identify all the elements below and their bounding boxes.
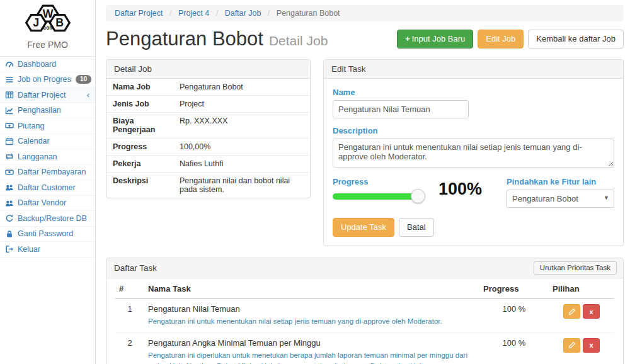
- sidebar-item-job-on-progress[interactable]: Job on Progress 10: [0, 72, 95, 88]
- task-progress: 100 %: [479, 299, 549, 333]
- x-icon: x: [589, 341, 593, 349]
- detail-job-panel-title: Detail Job: [106, 60, 310, 79]
- breadcrumb-active: Pengaturan Bobot: [277, 9, 340, 18]
- breadcrumb-link-project-4[interactable]: Project 4: [178, 9, 209, 18]
- edit-task-button[interactable]: [563, 304, 580, 319]
- detail-row-pekerja: Pekerja Nafies Luthfi: [106, 156, 310, 173]
- move-to-feature-select[interactable]: Pengaturan Bobot: [507, 190, 614, 208]
- sidebar-item-label: Ganti Password: [18, 229, 91, 238]
- calendar-icon: [5, 137, 14, 145]
- sidebar-item-ganti-password[interactable]: Ganti Password: [0, 227, 95, 242]
- page-header: Pengaturan Bobot Detail Job +Input Job B…: [106, 28, 624, 50]
- task-row-2: 2 Pengaturan Angka Minimal Temuan per Mi…: [115, 333, 614, 364]
- breadcrumb-separator: /: [216, 9, 218, 18]
- progress-row: Progress 100% Pindahkan ke Fitur lain Pe…: [333, 176, 614, 208]
- edit-task-form: Name Description Pengaturan ini untuk me…: [324, 79, 623, 246]
- header-buttons: +Input Job Baru Edit Job Kembali ke daft…: [397, 30, 624, 48]
- sidebar-item-label: Keluar: [18, 245, 91, 254]
- sidebar-item-daftar-vendor[interactable]: Daftar Vendor: [0, 196, 95, 212]
- svg-text:J: J: [33, 16, 39, 29]
- progress-slider-handle[interactable]: [411, 189, 425, 203]
- app-logo[interactable]: W J B .com: [0, 0, 95, 38]
- edit-job-button[interactable]: Edit Job: [478, 30, 524, 48]
- sidebar-item-daftar-project[interactable]: Daftar Project ‹: [0, 88, 95, 103]
- task-list-heading: Daftar Task Urutkan Prioritas Task: [106, 258, 623, 279]
- name-label: Name: [333, 88, 614, 97]
- task-description: Pengaturan ini untuk menentukan nilai se…: [148, 316, 476, 327]
- cancel-button[interactable]: Batal: [399, 218, 434, 237]
- edit-task-actions: Update Task Batal: [333, 218, 614, 237]
- breadcrumb-link-daftar-project[interactable]: Daftar Project: [115, 9, 163, 18]
- task-progress: 100 %: [479, 333, 549, 364]
- lock-icon: [5, 230, 14, 238]
- detail-job-table: Nama Job Pengaturan Bobot Jenis Job Proj…: [106, 79, 310, 198]
- task-num: 1: [115, 299, 144, 333]
- sort-priority-button-top[interactable]: Urutkan Prioritas Task: [534, 261, 617, 275]
- money-icon: [5, 168, 14, 176]
- detail-job-panel: Detail Job Nama Job Pengaturan Bobot Jen…: [106, 59, 311, 198]
- task-list-title: Daftar Task: [114, 263, 157, 273]
- task-description: Pengaturan ini diperlukan untuk menetuka…: [148, 350, 476, 364]
- task-description-textarea[interactable]: Pengaturan ini untuk menentukan nilai se…: [333, 139, 614, 168]
- col-actions: Pilihan: [549, 280, 614, 299]
- delete-task-button[interactable]: x: [583, 304, 600, 319]
- detail-row-progress: Progress 100,00%: [106, 139, 310, 156]
- delete-task-button[interactable]: x: [583, 338, 600, 353]
- chevron-left-icon: ‹: [87, 90, 89, 100]
- sidebar-item-keluar[interactable]: Keluar: [0, 242, 95, 258]
- svg-text:W: W: [42, 8, 53, 20]
- sidebar-item-daftar-pembayaran[interactable]: Daftar Pembayaran: [0, 165, 95, 181]
- sidebar-item-dashboard[interactable]: Dashboard: [0, 57, 95, 72]
- input-job-baru-button[interactable]: +Input Job Baru: [397, 30, 473, 48]
- sidebar-item-label: Penghasilan: [18, 106, 91, 115]
- breadcrumb-link-daftar-job[interactable]: Daftar Job: [225, 9, 261, 18]
- progress-label: Progress: [333, 177, 420, 186]
- col-progress: Progress: [479, 280, 549, 299]
- progress-value: 100%: [438, 179, 490, 199]
- sidebar-item-label: Langganan: [18, 152, 91, 161]
- app-name: Free PMO: [0, 38, 95, 56]
- col-num: #: [115, 280, 144, 299]
- users-icon: [5, 183, 14, 191]
- detail-row-nama-job: Nama Job Pengaturan Bobot: [106, 79, 310, 96]
- edit-task-button[interactable]: [563, 338, 580, 353]
- detail-row-jenis-job: Jenis Job Project: [106, 96, 310, 113]
- back-to-job-list-button[interactable]: Kembali ke daftar Job: [528, 30, 624, 48]
- main-content: Daftar Project / Project 4 / Daftar Job …: [96, 0, 630, 364]
- task-name: Pengaturan Angka Minimal Temuan per Ming…: [148, 338, 476, 348]
- panels-row: Detail Job Nama Job Pengaturan Bobot Jen…: [106, 59, 624, 246]
- task-name-input[interactable]: [333, 100, 469, 118]
- jwb-hexagon-logo-icon: W J B .com: [18, 4, 78, 37]
- sidebar-item-label: Dashboard: [18, 60, 91, 69]
- breadcrumb-separator: /: [268, 9, 270, 18]
- pencil-icon: [568, 341, 576, 349]
- sidebar-item-daftar-customer[interactable]: Daftar Customer: [0, 180, 95, 196]
- task-table: # Nama Task Progress Pilihan 1 Pengatura…: [115, 280, 614, 364]
- task-row-1: 1 Pengaturan Nilai Temuan Pengaturan ini…: [115, 299, 614, 333]
- sidebar-menu: Dashboard Job on Progress 10 Daftar Proj…: [0, 56, 95, 258]
- edit-task-panel-title: Edit Task: [324, 60, 623, 79]
- sidebar-item-penghasilan[interactable]: Penghasilan: [0, 103, 95, 119]
- sidebar-item-calendar[interactable]: Calendar: [0, 134, 95, 150]
- sidebar-item-langganan[interactable]: Langganan: [0, 149, 95, 165]
- sidebar-item-piutang[interactable]: Piutang: [0, 118, 95, 134]
- sidebar-item-label: Piutang: [18, 122, 91, 130]
- progress-slider[interactable]: [333, 193, 420, 200]
- refresh-icon: [5, 214, 14, 222]
- sidebar-item-label: Daftar Project: [18, 91, 83, 100]
- task-list-panel: Daftar Task Urutkan Prioritas Task # Nam…: [106, 258, 624, 364]
- retweet-icon: [5, 152, 14, 161]
- sign-out-icon: [5, 245, 14, 253]
- sidebar: W J B .com Free PMO Dashboard Job on Pro…: [0, 0, 96, 364]
- sidebar-item-label: Daftar Vendor: [18, 198, 91, 207]
- pencil-icon: [568, 308, 576, 316]
- sidebar-item-backup-restore-db[interactable]: Backup/Restore DB: [0, 211, 95, 227]
- breadcrumb-separator: /: [169, 9, 171, 18]
- x-icon: x: [589, 308, 593, 316]
- update-task-button[interactable]: Update Task: [333, 218, 394, 237]
- page-title: Pengaturan Bobot: [106, 28, 263, 50]
- sidebar-item-label: Daftar Customer: [18, 183, 91, 192]
- sidebar-item-label: Job on Progress: [18, 75, 72, 84]
- job-count-badge: 10: [76, 75, 91, 84]
- sidebar-item-label: Daftar Pembayaran: [18, 168, 91, 176]
